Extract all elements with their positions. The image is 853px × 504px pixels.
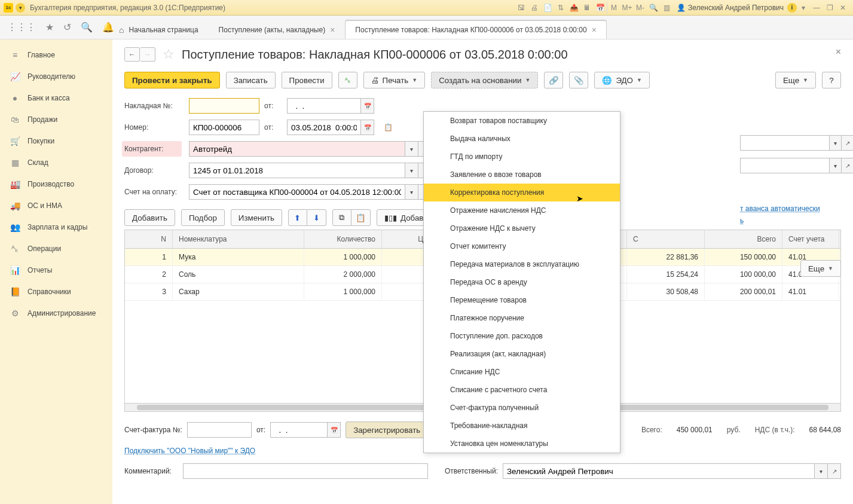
open-button[interactable]: ↗ — [842, 158, 853, 173]
open-button[interactable]: ↗ — [828, 463, 841, 479]
invoice-sf-date-input[interactable] — [270, 422, 328, 438]
number-input[interactable] — [189, 120, 259, 135]
sidebar-item-operations[interactable]: ᴬₖОперации — [0, 238, 112, 259]
calendar-button[interactable]: 📅 — [361, 120, 374, 135]
dropdown-item[interactable]: Перемещение товаров — [424, 291, 620, 309]
right-field-1[interactable] — [740, 135, 830, 151]
sidebar-item-manager[interactable]: 📈Руководителю — [0, 66, 112, 87]
tab-close-icon[interactable]: × — [592, 25, 597, 35]
tax-link[interactable]: ь — [740, 216, 820, 225]
post-button[interactable]: Провести — [282, 72, 332, 88]
bill-input[interactable] — [189, 184, 405, 200]
dropdown-item[interactable]: Заявление о ввозе товаров — [424, 166, 620, 184]
header-qty[interactable]: Количество — [304, 230, 382, 248]
edo-button[interactable]: 🌐ЭДО▼ — [594, 72, 649, 88]
sidebar-item-reports[interactable]: 📊Отчеты — [0, 259, 112, 281]
number-date-input[interactable] — [287, 120, 361, 135]
dropdown-icon[interactable]: ▾ — [798, 2, 809, 13]
right-field-2[interactable] — [740, 158, 830, 173]
favorites-icon[interactable]: ★ — [45, 22, 54, 33]
maximize-icon[interactable]: ❐ — [824, 2, 835, 13]
dropdown-item[interactable]: Отражение начисления НДС — [424, 201, 620, 219]
sidebar-item-bank[interactable]: ●Банк и касса — [0, 87, 112, 109]
sidebar-item-admin[interactable]: ⚙Администрирование — [0, 303, 112, 324]
counterparty-input[interactable] — [189, 141, 405, 157]
dropdown-button[interactable]: ▾ — [405, 163, 418, 178]
dropdown-item[interactable]: Возврат товаров поставщику — [424, 112, 620, 130]
tab-close-icon[interactable]: × — [330, 25, 335, 35]
tab-home[interactable]: ⌂ Начальная страница — [112, 20, 209, 39]
print-icon[interactable]: 🖨 — [529, 2, 540, 13]
info-icon[interactable]: i — [787, 3, 797, 13]
dropdown-item[interactable]: Списание с расчетного счета — [424, 381, 620, 399]
header-account[interactable]: Счет учета — [782, 230, 839, 248]
panel-icon[interactable]: ▥ — [661, 2, 672, 13]
dropdown-item[interactable]: Передача ОС в аренду — [424, 273, 620, 291]
paste-button[interactable]: 📋 — [351, 209, 371, 226]
app-menu-dropdown-icon[interactable]: ▾ — [16, 3, 25, 13]
invoice-date-input[interactable] — [287, 98, 361, 114]
dropdown-button[interactable]: ▾ — [815, 463, 828, 479]
debit-credit-button[interactable]: ᴬₖ — [338, 72, 357, 88]
sidebar-item-production[interactable]: 🏭Производство — [0, 173, 112, 195]
sidebar-item-warehouse[interactable]: ▦Склад — [0, 152, 112, 173]
close-icon[interactable]: ✕ — [837, 2, 848, 13]
create-based-button[interactable]: Создать на основании▼ — [431, 72, 538, 88]
sidebar-item-main[interactable]: ≡Главное — [0, 44, 112, 66]
calculator-icon[interactable]: 🖩 — [582, 2, 592, 13]
header-nomenclature[interactable]: Номенклатура — [173, 230, 304, 248]
dropdown-item[interactable]: Платежное поручение — [424, 309, 620, 327]
dropdown-button[interactable]: ▾ — [830, 135, 842, 151]
header-total[interactable]: Всего — [705, 230, 782, 248]
marker-m-minus-icon[interactable]: М- — [635, 2, 646, 13]
dropdown-item[interactable]: Списание НДС — [424, 363, 620, 381]
dropdown-item[interactable]: Отражение НДС к вычету — [424, 219, 620, 237]
move-up-button[interactable]: ⬆ — [288, 209, 307, 226]
more-button[interactable]: Еще▼ — [775, 72, 816, 88]
help-button[interactable]: ? — [822, 72, 841, 88]
apps-icon[interactable]: ⋮⋮⋮ — [7, 22, 36, 33]
invoice-sf-input[interactable] — [187, 422, 252, 438]
dropdown-button[interactable]: ▾ — [830, 158, 842, 173]
dropdown-item[interactable]: Выдача наличных — [424, 130, 620, 148]
document-icon[interactable]: 📄 — [542, 2, 553, 13]
page-close-icon[interactable]: × — [836, 47, 841, 57]
marker-m-icon[interactable]: М — [609, 2, 619, 13]
nav-forward-button[interactable]: → — [140, 47, 155, 62]
calendar-icon[interactable]: 📅 — [595, 2, 606, 13]
compare-icon[interactable]: ⇅ — [555, 2, 566, 13]
search-icon[interactable]: 🔍 — [81, 22, 93, 33]
header-nds[interactable]: С — [627, 230, 705, 248]
invoice-number-input[interactable] — [189, 98, 259, 114]
minimize-icon[interactable]: — — [811, 2, 822, 13]
dropdown-button[interactable]: ▾ — [405, 184, 418, 200]
sidebar-item-sales[interactable]: 🛍Продажи — [0, 109, 112, 130]
nav-back-button[interactable]: ← — [124, 47, 140, 62]
calendar-button[interactable]: 📅 — [328, 422, 341, 438]
open-button[interactable]: ↗ — [842, 135, 853, 151]
responsible-input[interactable] — [503, 463, 815, 479]
table-more-button[interactable]: Еще▼ — [800, 260, 841, 277]
dropdown-item[interactable]: Отчет комитенту — [424, 237, 620, 255]
dropdown-item[interactable]: Корректировка поступления — [424, 184, 620, 201]
post-and-close-button[interactable]: Провести и закрыть — [124, 72, 220, 88]
tab-receipts-list[interactable]: Поступление (акты, накладные) × — [209, 20, 346, 39]
comment-input[interactable] — [183, 463, 428, 479]
send-icon[interactable]: 📤 — [568, 2, 579, 13]
dropdown-item[interactable]: Поступление доп. расходов — [424, 327, 620, 345]
approved-icon[interactable]: 📋 — [384, 123, 393, 132]
header-n[interactable]: N — [125, 230, 173, 248]
tab-receipt-document[interactable]: Поступление товаров: Накладная КП00-0000… — [345, 20, 607, 39]
zoom-icon[interactable]: 🔍 — [648, 2, 659, 13]
contract-input[interactable] — [189, 163, 405, 178]
register-button[interactable]: Зарегистрировать — [346, 421, 428, 438]
print-button[interactable]: 🖨Печать▼ — [363, 72, 426, 88]
move-down-button[interactable]: ⬇ — [307, 209, 326, 226]
calendar-button[interactable]: 📅 — [361, 98, 374, 114]
copy-button[interactable]: ⧉ — [332, 209, 351, 226]
sidebar-item-purchases[interactable]: 🛒Покупки — [0, 130, 112, 152]
sidebar-item-assets[interactable]: 🚚ОС и НМА — [0, 195, 112, 216]
dropdown-item[interactable]: Требование-накладная — [424, 417, 620, 435]
user-display[interactable]: 👤 Зеленский Андрей Петрович — [677, 4, 784, 12]
sidebar-item-catalogs[interactable]: 📙Справочники — [0, 281, 112, 303]
